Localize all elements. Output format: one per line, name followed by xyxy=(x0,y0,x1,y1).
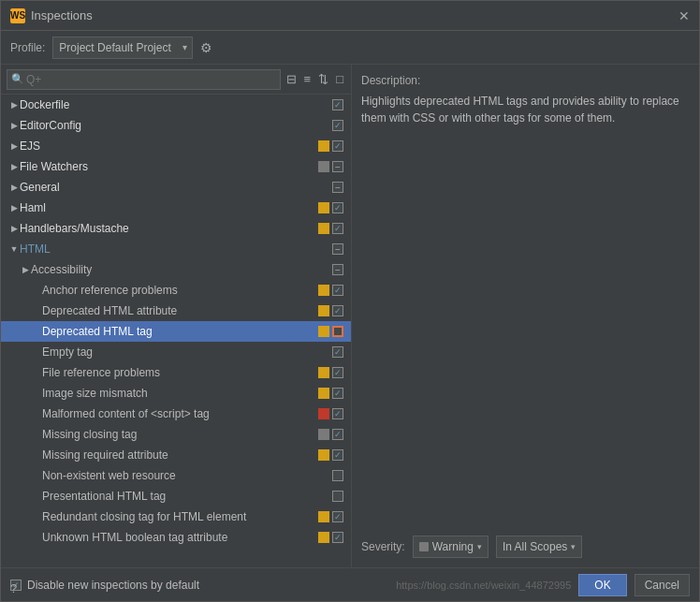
checkbox-area xyxy=(332,491,343,502)
item-checkbox[interactable] xyxy=(332,223,343,234)
profile-select[interactable]: Project Default Project xyxy=(52,37,193,59)
tree-item-image-size[interactable]: Image size mismatch xyxy=(1,383,351,404)
item-checkbox[interactable] xyxy=(332,99,343,110)
severity-dropdown[interactable]: Warning ▾ xyxy=(413,536,489,558)
tree-item-dockerfile[interactable]: ▶ Dockerfile xyxy=(1,95,351,115)
checkbox-area xyxy=(318,305,343,316)
expand-arrow: ▶ xyxy=(8,121,20,130)
severity-row: Severity: Warning ▾ In All Scopes ▾ xyxy=(361,526,690,558)
left-panel: 🔍 ⊟ ≡ ⇅ □ ▶ Dockerfile xyxy=(1,65,352,567)
tree-item-unknown-bool[interactable]: Unknown HTML boolean tag attribute xyxy=(1,527,351,548)
item-checkbox[interactable] xyxy=(332,470,343,481)
tree-item-malformed-script[interactable]: Malformed content of <script> tag xyxy=(1,404,351,424)
expand-arrow: ▶ xyxy=(8,203,20,213)
tree-item-general[interactable]: ▶ General xyxy=(1,177,351,198)
cancel-button[interactable]: Cancel xyxy=(634,574,690,596)
item-label: Missing required attribute xyxy=(42,448,318,462)
bottom-bar: Disable new inspections by default https… xyxy=(1,567,699,601)
item-checkbox[interactable] xyxy=(332,491,343,502)
tree-item-haml[interactable]: ▶ Haml xyxy=(1,198,351,218)
checkbox-area xyxy=(332,182,343,193)
tree-container[interactable]: ▶ Dockerfile ▶ EditorConfig xyxy=(1,95,351,567)
item-label: Redundant closing tag for HTML element xyxy=(42,510,318,523)
bottom-left: Disable new inspections by default xyxy=(10,579,199,592)
item-checkbox[interactable] xyxy=(332,367,343,378)
search-input[interactable] xyxy=(7,69,281,90)
profile-dropdown-wrapper[interactable]: Project Default Project ▾ xyxy=(52,37,193,59)
tree-item-accessibility[interactable]: ▶ Accessibility xyxy=(1,259,351,280)
severity-dropdown-arrow: ▾ xyxy=(477,542,482,551)
item-checkbox[interactable] xyxy=(332,140,343,152)
item-label: EJS xyxy=(20,139,318,153)
item-label: Missing closing tag xyxy=(42,428,318,441)
item-label: Deprecated HTML attribute xyxy=(42,304,318,317)
collapse-all-button[interactable]: □ xyxy=(334,71,345,87)
scope-value: In All Scopes xyxy=(503,540,567,553)
sort-asc-button[interactable]: ≡ xyxy=(302,71,314,87)
checkbox-area xyxy=(318,285,343,296)
tree-item-redundant-close[interactable]: Redundant closing tag for HTML element xyxy=(1,507,351,527)
close-button[interactable]: ✕ xyxy=(678,9,690,22)
disable-inspections-label: Disable new inspections by default xyxy=(27,579,199,592)
item-checkbox[interactable] xyxy=(332,511,343,522)
help-area: ? xyxy=(10,581,17,595)
tree-item-handlebars[interactable]: ▶ Handlebars/Mustache xyxy=(1,218,351,239)
item-checkbox[interactable] xyxy=(332,532,343,543)
filter-button[interactable]: ⊟ xyxy=(284,71,299,87)
item-checkbox[interactable] xyxy=(332,346,343,358)
tree-item-file-ref[interactable]: File reference problems xyxy=(1,362,351,383)
item-checkbox[interactable] xyxy=(332,202,343,213)
right-panel: Description: Highlights deprecated HTML … xyxy=(352,65,699,567)
item-checkbox[interactable] xyxy=(332,285,343,296)
tree-item-presentational[interactable]: Presentational HTML tag xyxy=(1,486,351,507)
checkbox-area xyxy=(318,511,343,522)
tree-item-ejs[interactable]: ▶ EJS xyxy=(1,136,351,156)
ok-button[interactable]: OK xyxy=(578,574,626,596)
severity-color xyxy=(318,285,329,296)
item-label: Haml xyxy=(20,201,318,214)
item-checkbox[interactable] xyxy=(332,161,343,172)
tree-item-anchor-ref[interactable]: Anchor reference problems xyxy=(1,280,351,301)
item-checkbox[interactable] xyxy=(332,305,343,316)
item-checkbox[interactable] xyxy=(332,429,343,440)
item-checkbox[interactable] xyxy=(332,243,343,255)
scope-dropdown[interactable]: In All Scopes ▾ xyxy=(496,536,582,558)
item-checkbox[interactable] xyxy=(332,449,343,461)
tree-item-deprecated-tag[interactable]: Deprecated HTML tag xyxy=(1,321,351,342)
tree-item-editorconfig[interactable]: ▶ EditorConfig xyxy=(1,115,351,136)
tree-item-deprecated-attr[interactable]: Deprecated HTML attribute xyxy=(1,301,351,321)
help-button[interactable]: ? xyxy=(10,581,17,595)
expand-arrow: ▼ xyxy=(8,244,20,254)
tree-item-html[interactable]: ▼ HTML xyxy=(1,239,351,259)
tree-item-missing-close[interactable]: Missing closing tag xyxy=(1,424,351,445)
expand-arrow: ▶ xyxy=(20,265,31,274)
checkbox-area xyxy=(332,264,343,275)
gear-icon[interactable]: ⚙ xyxy=(200,40,212,55)
severity-color xyxy=(318,223,329,234)
item-checkbox[interactable] xyxy=(332,326,343,337)
checkbox-area xyxy=(318,202,343,213)
item-checkbox[interactable] xyxy=(332,182,343,193)
item-checkbox[interactable] xyxy=(332,264,343,275)
expand-arrow: ▶ xyxy=(8,100,20,110)
item-checkbox[interactable] xyxy=(332,408,343,419)
checkbox-area xyxy=(318,326,343,337)
item-label: Accessibility xyxy=(31,263,332,276)
tree-item-nonexistent-web[interactable]: Non-existent web resource xyxy=(1,465,351,486)
sort-desc-button[interactable]: ⇅ xyxy=(316,71,330,87)
checkbox-area xyxy=(318,408,343,419)
tree-item-missing-req[interactable]: Missing required attribute xyxy=(1,445,351,465)
severity-dot xyxy=(419,542,429,551)
severity-color xyxy=(318,511,329,522)
title-bar: WS Inspections ✕ xyxy=(1,1,699,31)
expand-arrow: ▶ xyxy=(8,183,20,192)
item-checkbox[interactable] xyxy=(332,120,343,131)
profile-label: Profile: xyxy=(10,41,45,54)
tree-item-filewatchers[interactable]: ▶ File Watchers xyxy=(1,156,351,177)
checkbox-area xyxy=(332,243,343,255)
tree-item-empty-tag[interactable]: Empty tag xyxy=(1,342,351,362)
search-toolbar: 🔍 ⊟ ≡ ⇅ □ xyxy=(1,65,351,95)
checkbox-area xyxy=(318,223,343,234)
item-checkbox[interactable] xyxy=(332,388,343,399)
checkbox-area xyxy=(332,346,343,358)
